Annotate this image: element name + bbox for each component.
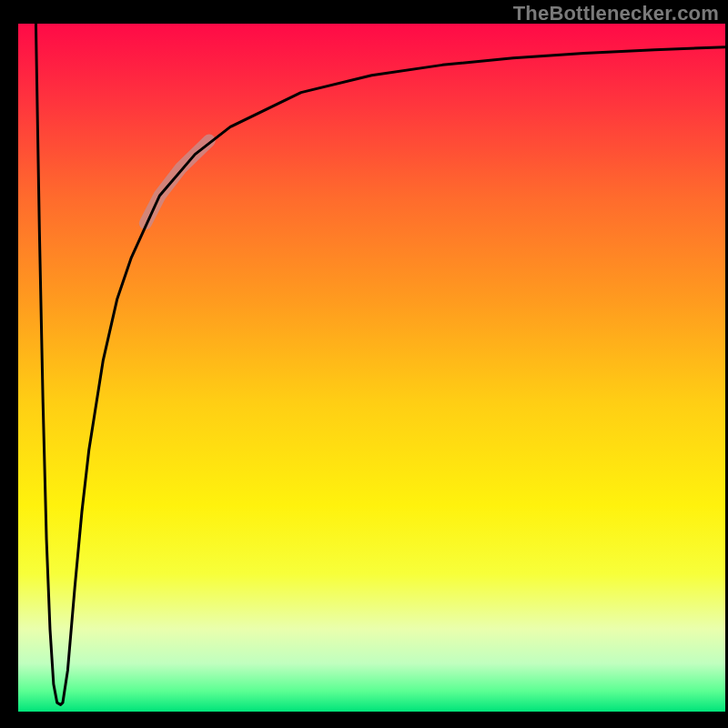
plot-background xyxy=(18,24,725,712)
watermark-text: TheBottlenecker.com xyxy=(513,2,719,25)
chart-container: TheBottlenecker.com xyxy=(0,0,728,728)
bottleneck-chart xyxy=(0,0,728,728)
